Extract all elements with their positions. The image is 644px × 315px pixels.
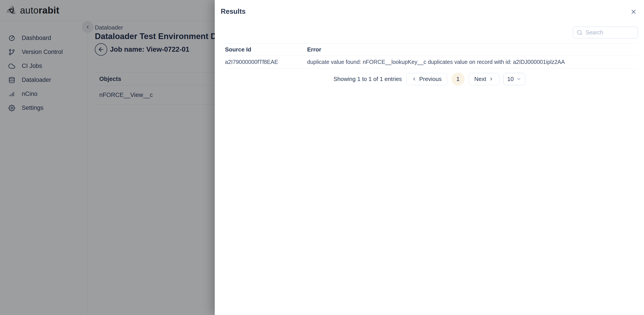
next-page-label: Next — [474, 76, 486, 82]
previous-page-label: Previous — [419, 76, 442, 82]
cell-source-id: a2I79000000fTf8EAE — [225, 59, 307, 65]
pagination-summary: Showing 1 to 1 of 1 entries — [334, 76, 402, 82]
chevron-left-icon — [412, 76, 416, 81]
pagination: Showing 1 to 1 of 1 entries Previous 1 N… — [215, 72, 644, 86]
results-table: Source Id Error a2I79000000fTf8EAE dupli… — [225, 43, 638, 68]
chevron-down-icon — [516, 76, 522, 82]
next-page-button[interactable]: Next — [469, 73, 499, 85]
results-drawer: Results Source Id Error a2I79000000fTf8E… — [215, 0, 644, 315]
cell-error: duplicate value found: nFORCE__lookupKey… — [307, 59, 638, 65]
chevron-right-icon — [489, 76, 494, 81]
current-page-indicator[interactable]: 1 — [452, 72, 464, 86]
previous-page-button[interactable]: Previous — [406, 73, 447, 85]
page-size-value: 10 — [507, 76, 514, 82]
close-button[interactable] — [630, 8, 637, 15]
search-box — [573, 27, 638, 38]
drawer-title: Results — [221, 7, 246, 15]
search-input[interactable] — [586, 29, 634, 36]
search-icon — [577, 30, 582, 35]
results-table-header-row: Source Id Error — [225, 43, 638, 56]
column-header-source-id[interactable]: Source Id — [225, 46, 307, 53]
table-row: a2I79000000fTf8EAE duplicate value found… — [225, 56, 638, 68]
close-icon — [630, 8, 637, 15]
page-size-select[interactable]: 10 — [504, 73, 525, 85]
column-header-error[interactable]: Error — [307, 46, 638, 53]
